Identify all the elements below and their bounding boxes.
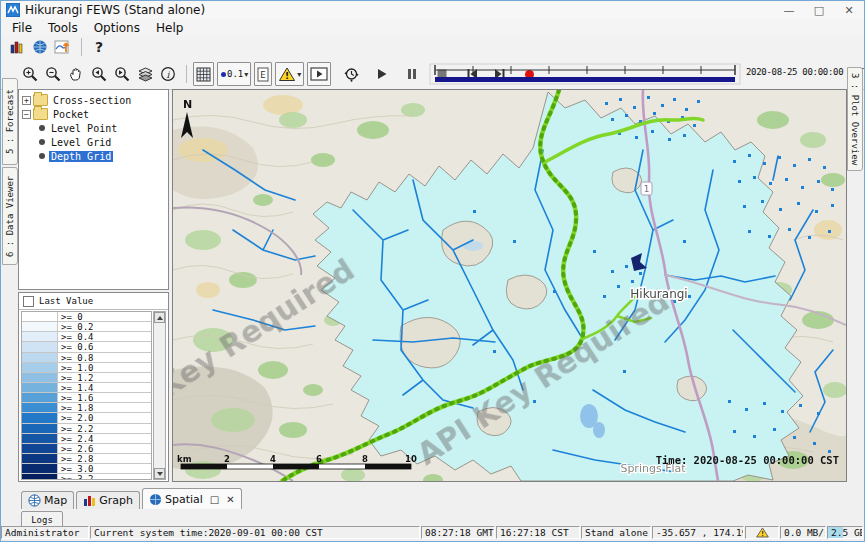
status-system-time: Current system time:2020-09-01 00:00 CST bbox=[90, 526, 420, 539]
legend-threshold-label: >= 0.8 bbox=[58, 353, 151, 362]
tab-spatial[interactable]: Spatial □ ✕ bbox=[142, 488, 242, 509]
tab-map[interactable]: Map bbox=[21, 491, 74, 509]
menu-tools[interactable]: Tools bbox=[40, 21, 86, 35]
legend-color-swatch bbox=[22, 373, 58, 382]
menu-file[interactable]: File bbox=[4, 21, 40, 35]
zoom-out-icon[interactable] bbox=[42, 63, 64, 85]
status-gmt-time: 08:27:18 GMT bbox=[421, 526, 495, 539]
legend-row: >= 2.4 bbox=[22, 434, 151, 444]
value-threshold-dropdown[interactable]: 0.1▾ bbox=[217, 62, 251, 86]
legend-row: >= 0.2 bbox=[22, 322, 151, 332]
minimize-button[interactable]: — bbox=[774, 2, 804, 19]
expand-icon[interactable]: + bbox=[22, 96, 31, 105]
tab-restore-icon[interactable]: □ bbox=[210, 494, 219, 505]
grid-display-button[interactable] bbox=[193, 62, 214, 86]
legend-color-swatch bbox=[22, 332, 58, 341]
legend-color-swatch bbox=[22, 444, 58, 453]
last-value-checkbox[interactable] bbox=[23, 296, 34, 307]
legend-row: >= 1.2 bbox=[22, 373, 151, 383]
zoom-in-icon[interactable] bbox=[19, 63, 41, 85]
bullet-icon bbox=[39, 139, 45, 145]
animation-settings-icon[interactable] bbox=[340, 63, 362, 85]
svg-text:!: ! bbox=[285, 71, 289, 81]
town-label: Hikurangi bbox=[630, 287, 687, 301]
tree-node-depth-grid[interactable]: Depth Grid bbox=[19, 149, 168, 163]
tree-node-pocket[interactable]: − Pocket bbox=[19, 107, 168, 121]
bullet-icon bbox=[39, 125, 45, 131]
legend-row: >= 3.2 bbox=[22, 474, 151, 480]
zoom-previous-icon[interactable] bbox=[88, 63, 110, 85]
folder-icon bbox=[33, 94, 48, 106]
legend-scrollbar[interactable] bbox=[153, 311, 166, 480]
tab-graph[interactable]: Graph bbox=[76, 491, 140, 509]
legend-threshold-label: >= 2.2 bbox=[58, 424, 151, 433]
globe-icon[interactable] bbox=[29, 36, 51, 58]
animation-window-button[interactable] bbox=[307, 62, 331, 86]
legend-color-swatch bbox=[22, 353, 58, 362]
legend-color-swatch bbox=[22, 312, 58, 321]
legend-threshold-label: >= 3.0 bbox=[58, 464, 151, 473]
menu-bar: File Tools Options Help bbox=[1, 19, 864, 37]
flood-map[interactable]: API Key Required API Key Required Hikura… bbox=[173, 90, 846, 481]
svg-text:i: i bbox=[167, 70, 171, 80]
legend-color-swatch bbox=[22, 434, 58, 443]
menu-options[interactable]: Options bbox=[86, 21, 148, 35]
status-warning-icon[interactable]: ! bbox=[745, 526, 779, 539]
time-slider[interactable] bbox=[429, 63, 741, 85]
svg-text:8: 8 bbox=[362, 454, 368, 464]
status-mode: Stand alone bbox=[581, 526, 651, 539]
legend-row: >= 1.8 bbox=[22, 403, 151, 413]
tab-plot-overview[interactable]: 3 : Plot Overview bbox=[847, 67, 863, 171]
pause-button[interactable] bbox=[401, 63, 423, 85]
status-user: Administrator bbox=[1, 526, 89, 539]
svg-text:E: E bbox=[261, 70, 266, 80]
tree-node-level-point[interactable]: Level Point bbox=[19, 121, 168, 135]
svg-text:2: 2 bbox=[224, 454, 230, 464]
scroll-up-icon[interactable] bbox=[154, 312, 165, 323]
tree-node-cross-section[interactable]: + Cross-section bbox=[19, 93, 168, 107]
map-globe-icon bbox=[28, 494, 41, 507]
spatial-globe-icon bbox=[149, 493, 162, 506]
timeseries-icon[interactable] bbox=[52, 36, 74, 58]
legend-row: >= 0 bbox=[22, 312, 151, 322]
bullet-icon bbox=[39, 153, 45, 159]
legend-row: >= 2.6 bbox=[22, 444, 151, 454]
main-toolbar: ? bbox=[1, 36, 864, 59]
svg-text:!: ! bbox=[760, 530, 764, 538]
layers-icon[interactable] bbox=[134, 63, 156, 85]
map-toolbar: i 0.1▾ E ! ▾ bbox=[1, 58, 864, 90]
legend-threshold-label: >= 3.2 bbox=[58, 474, 151, 480]
pan-hand-icon[interactable] bbox=[65, 63, 87, 85]
legend-threshold-label: >= 1.6 bbox=[58, 393, 151, 402]
legend-row: >= 1.6 bbox=[22, 393, 151, 403]
scroll-down-icon[interactable] bbox=[154, 468, 165, 479]
legend-color-swatch bbox=[22, 464, 58, 473]
legend-color-swatch bbox=[22, 322, 58, 331]
legend-color-swatch bbox=[22, 403, 58, 412]
play-button[interactable] bbox=[371, 63, 393, 85]
zoom-next-icon[interactable] bbox=[111, 63, 133, 85]
app-window: Hikurangi FEWS (Stand alone) — □ ✕ File … bbox=[0, 0, 865, 542]
legend-threshold-label: >= 2.0 bbox=[58, 413, 151, 422]
collapse-icon[interactable]: − bbox=[22, 110, 31, 119]
explorer-icon[interactable] bbox=[6, 36, 28, 58]
help-icon[interactable]: ? bbox=[88, 36, 110, 58]
layers-tree: + Cross-section − Pocket Level Point Lev… bbox=[18, 89, 169, 290]
close-button[interactable]: ✕ bbox=[834, 2, 864, 19]
tab-data-viewer[interactable]: 6 : Data Viewer bbox=[2, 167, 18, 265]
menu-help[interactable]: Help bbox=[148, 21, 191, 35]
status-memory: 2.5 GB bbox=[827, 526, 863, 539]
tree-node-level-grid[interactable]: Level Grid bbox=[19, 135, 168, 149]
svg-text:10: 10 bbox=[405, 454, 417, 464]
legend-color-swatch bbox=[22, 393, 58, 402]
legend-color-swatch bbox=[22, 454, 58, 463]
label-toggle-button[interactable]: E bbox=[254, 62, 272, 86]
info-icon[interactable]: i bbox=[157, 63, 179, 85]
maximize-button[interactable]: □ bbox=[804, 2, 834, 19]
tab-close-icon[interactable]: ✕ bbox=[226, 494, 234, 505]
view-tabs: Map Graph Spatial □ ✕ bbox=[21, 488, 244, 509]
window-title: Hikurangi FEWS (Stand alone) bbox=[25, 3, 205, 17]
warning-layers-dropdown[interactable]: ! ▾ bbox=[275, 62, 304, 86]
map-view[interactable]: API Key Required API Key Required Hikura… bbox=[172, 89, 847, 482]
tab-forecast[interactable]: 5 : Forecast bbox=[2, 78, 18, 165]
